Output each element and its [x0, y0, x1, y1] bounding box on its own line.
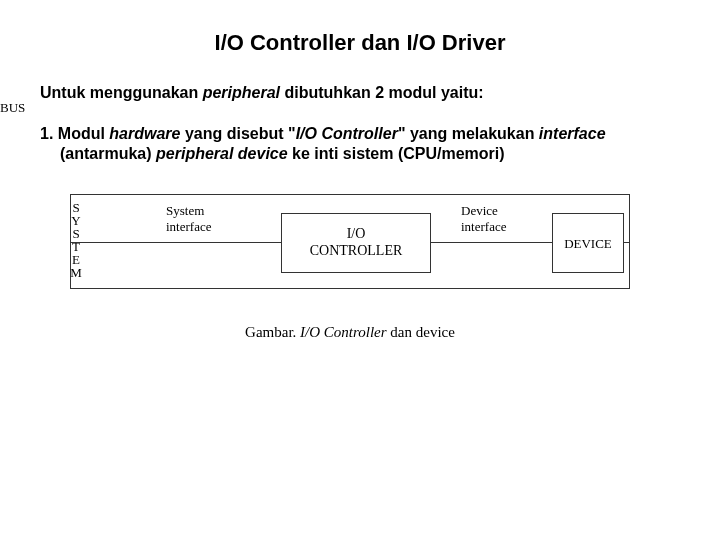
item1-t3: " yang melakukan [398, 125, 539, 142]
sysbus-l5: M [69, 266, 83, 279]
item1-t4: (antarmuka) [60, 145, 156, 162]
controller-line1: I/O [282, 226, 430, 243]
caption-pre: Gambar. [245, 324, 300, 340]
intro-em: peripheral [203, 84, 280, 101]
item1-t5: ke inti sistem (CPU/memori) [288, 145, 505, 162]
device-label: DEVICE [564, 236, 612, 251]
item1-em4: peripheral device [156, 145, 288, 162]
bus-label: BUS [0, 100, 25, 116]
intro-text: Untuk menggunakan peripheral dibutuhkan … [40, 84, 680, 102]
device-interface-label: Device interface [461, 203, 506, 235]
item1-t2: yang disebut " [180, 125, 295, 142]
caption-em: I/O Controller [300, 324, 387, 340]
io-controller-box: I/O CONTROLLER [281, 213, 431, 273]
diagram: S Y S T E M System interface Device inte… [70, 194, 630, 341]
caption-post: dan device [387, 324, 455, 340]
item1-em1: hardware [109, 125, 180, 142]
intro-pre: Untuk menggunakan [40, 84, 203, 101]
system-interface-label: System interface [166, 203, 211, 235]
list-item-1: 1. Modul hardware yang disebut "I/O Cont… [40, 124, 680, 164]
slide-title: I/O Controller dan I/O Driver [40, 30, 680, 56]
figure-caption: Gambar. I/O Controller dan device [70, 324, 630, 341]
device-box: DEVICE [552, 213, 624, 273]
item1-t1: Modul [58, 125, 110, 142]
item1-num: 1. [40, 125, 58, 142]
controller-line2: CONTROLLER [282, 243, 430, 260]
item1-em2: I/O Controller [296, 125, 398, 142]
diagram-frame: S Y S T E M System interface Device inte… [70, 194, 630, 289]
slide: I/O Controller dan I/O Driver Untuk meng… [0, 0, 720, 361]
intro-post: dibutuhkan 2 modul yaitu: [280, 84, 484, 101]
item1-em3: interface [539, 125, 606, 142]
